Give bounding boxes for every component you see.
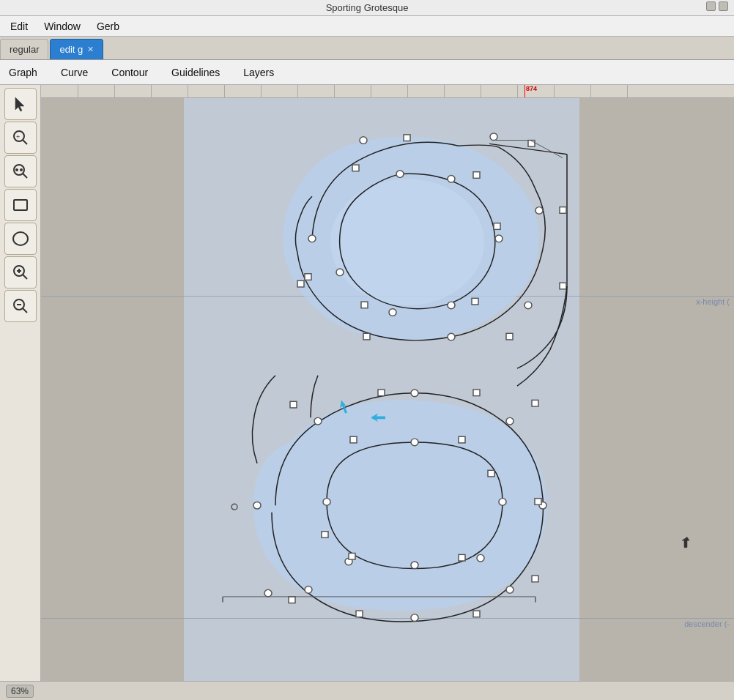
ruler-red-mark — [524, 85, 525, 97]
svg-rect-29 — [472, 298, 478, 305]
svg-point-19 — [308, 235, 316, 242]
ruler-tick — [261, 85, 263, 97]
zoom-select-tool-button[interactable]: + — [4, 122, 37, 154]
svg-point-22 — [495, 235, 503, 242]
rect-tool-button[interactable] — [4, 189, 37, 221]
svg-point-76 — [231, 504, 237, 510]
svg-rect-72 — [459, 554, 465, 561]
svg-rect-28 — [494, 223, 500, 230]
ruler-tick — [627, 85, 629, 97]
main-area: + — [0, 85, 734, 681]
svg-rect-39 — [560, 207, 566, 214]
menu-bar: Edit Window Gerb — [0, 16, 734, 37]
ruler-top: 874 — [41, 85, 734, 98]
svg-rect-73 — [349, 553, 355, 559]
ruler-tick — [481, 85, 483, 97]
svg-point-64 — [411, 439, 418, 446]
svg-point-5 — [15, 168, 18, 171]
minimize-button[interactable] — [706, 1, 716, 11]
tab-regular[interactable]: regular — [0, 39, 48, 59]
svg-point-24 — [389, 309, 396, 316]
oval-tool-button[interactable] — [4, 223, 37, 255]
maximize-button[interactable] — [719, 1, 728, 11]
ruler-tick — [78, 85, 80, 97]
glyph-editor-svg[interactable] — [41, 98, 734, 681]
svg-point-21 — [448, 175, 455, 182]
svg-rect-27 — [473, 172, 480, 179]
ruler-tick — [151, 85, 153, 97]
menu-gerb[interactable]: Gerb — [89, 19, 127, 34]
svg-rect-40 — [560, 283, 566, 289]
ruler-tick — [188, 85, 190, 97]
svg-line-45 — [530, 141, 563, 158]
zoom-in-tool-button[interactable] — [4, 256, 37, 288]
status-bar: 63% — [0, 681, 734, 700]
svg-point-8 — [13, 232, 28, 245]
svg-point-6 — [20, 168, 23, 171]
svg-point-66 — [411, 562, 418, 569]
svg-point-63 — [323, 499, 330, 506]
canvas-area[interactable]: 874 x-height ( descender (- — [41, 85, 734, 681]
toolbar-guidelines[interactable]: Guidelines — [168, 65, 223, 80]
svg-point-20 — [396, 171, 404, 178]
svg-point-68 — [477, 554, 484, 562]
toolbar-curve[interactable]: Curve — [58, 65, 91, 80]
tab-regular-label: regular — [10, 44, 39, 55]
tab-edit-g[interactable]: edit g ✕ — [50, 39, 103, 59]
svg-point-53 — [305, 587, 312, 594]
canvas[interactable]: x-height ( descender (- — [41, 98, 734, 681]
ruler-tick — [297, 85, 300, 97]
svg-point-65 — [499, 499, 506, 506]
zoom-out-tool-button[interactable] — [4, 290, 37, 322]
svg-rect-54 — [290, 401, 297, 408]
svg-point-52 — [411, 614, 418, 622]
zoom-level[interactable]: 63% — [6, 685, 34, 698]
svg-rect-74 — [322, 532, 328, 538]
ruler-tick — [114, 85, 116, 97]
svg-rect-57 — [532, 400, 538, 406]
ruler-tick — [444, 85, 446, 97]
svg-rect-71 — [488, 470, 494, 477]
svg-rect-59 — [532, 576, 538, 582]
ruler-tick — [334, 85, 336, 97]
menu-edit[interactable]: Edit — [3, 19, 35, 34]
tab-close-icon[interactable]: ✕ — [87, 45, 94, 54]
tab-bar: regular edit g ✕ — [0, 37, 734, 60]
menu-window[interactable]: Window — [37, 19, 88, 34]
glyph-tool-button[interactable] — [4, 155, 37, 187]
ruler-label: 874 — [526, 85, 537, 92]
toolbox: + — [0, 85, 41, 681]
pointer-tool-button[interactable] — [4, 88, 37, 120]
svg-point-49 — [506, 417, 514, 425]
svg-rect-60 — [473, 611, 480, 617]
svg-point-16 — [330, 179, 484, 305]
svg-rect-70 — [459, 436, 465, 443]
svg-point-33 — [490, 133, 497, 141]
svg-point-46 — [253, 502, 261, 509]
svg-line-10 — [23, 275, 27, 279]
ruler-tick — [554, 85, 556, 97]
svg-rect-58 — [535, 499, 541, 505]
ruler-tick — [407, 85, 409, 97]
ruler-tick — [371, 85, 373, 97]
svg-point-32 — [360, 137, 367, 144]
title-bar: Sporting Grotesque — [0, 0, 734, 16]
svg-rect-31 — [305, 274, 311, 280]
toolbar-contour[interactable]: Contour — [108, 65, 151, 80]
ruler-tick — [590, 85, 593, 97]
svg-point-25 — [336, 269, 344, 276]
svg-rect-61 — [356, 611, 363, 617]
toolbar-graph[interactable]: Graph — [6, 65, 40, 80]
svg-rect-69 — [350, 436, 357, 443]
svg-rect-30 — [361, 302, 368, 308]
app-title: Sporting Grotesque — [326, 2, 409, 13]
toolbar-layers[interactable]: Layers — [240, 65, 277, 80]
svg-rect-43 — [297, 280, 304, 287]
svg-line-4 — [23, 174, 27, 178]
tab-edit-g-label: edit g — [59, 44, 83, 55]
svg-rect-26 — [352, 165, 359, 171]
svg-line-1 — [23, 140, 27, 144]
svg-rect-41 — [506, 333, 513, 340]
svg-rect-55 — [378, 390, 385, 396]
svg-point-75 — [264, 589, 272, 597]
